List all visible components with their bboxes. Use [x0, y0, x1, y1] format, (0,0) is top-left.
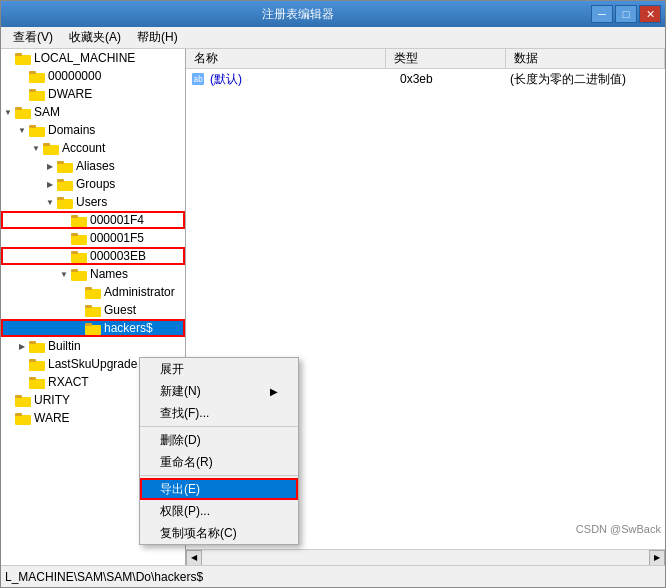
- tree-item-label: RXACT: [48, 375, 89, 389]
- tree-item-account[interactable]: ▼ Account: [1, 139, 185, 157]
- tree-item-label: SAM: [34, 105, 60, 119]
- folder-icon: [71, 214, 87, 227]
- context-menu-item-find[interactable]: 查找(F)...: [140, 402, 298, 424]
- context-menu-item-expand[interactable]: 展开: [140, 358, 298, 380]
- context-menu-item-delete[interactable]: 删除(D): [140, 429, 298, 451]
- context-menu-item-export[interactable]: 导出(E): [140, 478, 298, 500]
- svg-rect-52: [29, 359, 36, 362]
- folder-icon: [15, 52, 31, 65]
- expand-icon[interactable]: [15, 87, 29, 101]
- maximize-button[interactable]: □: [615, 5, 637, 23]
- tree-item-sam[interactable]: ▼ SAM: [1, 103, 185, 121]
- col-type: 类型: [386, 49, 506, 68]
- tree-item-users[interactable]: ▼ Users: [1, 193, 185, 211]
- tree-item-administrator[interactable]: Administrator: [1, 283, 185, 301]
- svg-rect-5: [30, 74, 44, 82]
- expand-icon[interactable]: ▶: [15, 339, 29, 353]
- tree-item-000001F5[interactable]: 000001F5: [1, 229, 185, 247]
- svg-rect-22: [57, 179, 64, 182]
- svg-rect-49: [29, 341, 36, 344]
- column-headers: 名称 类型 数据: [186, 49, 665, 69]
- close-button[interactable]: ✕: [639, 5, 661, 23]
- tree-item-label: Groups: [76, 177, 115, 191]
- tree-item-groups[interactable]: ▶ Groups: [1, 175, 185, 193]
- svg-rect-23: [58, 182, 72, 190]
- context-menu-item-copy_name[interactable]: 复制项名称(C): [140, 522, 298, 544]
- svg-rect-44: [86, 308, 100, 316]
- scroll-right-arrow[interactable]: ▶: [649, 550, 665, 566]
- expand-icon[interactable]: [1, 393, 15, 407]
- expand-icon[interactable]: ▶: [43, 177, 57, 191]
- svg-rect-59: [16, 398, 30, 406]
- expand-icon[interactable]: ▼: [43, 195, 57, 209]
- expand-icon[interactable]: [1, 51, 15, 65]
- svg-text:ab: ab: [193, 75, 203, 84]
- submenu-arrow-icon: ▶: [270, 386, 278, 397]
- expand-icon[interactable]: [15, 375, 29, 389]
- context-menu-item-permissions[interactable]: 权限(P)...: [140, 500, 298, 522]
- tree-item-000001F4[interactable]: 000001F4: [1, 211, 185, 229]
- expand-icon[interactable]: [57, 231, 71, 245]
- col-data: 数据: [506, 49, 665, 68]
- expand-icon[interactable]: ▼: [15, 123, 29, 137]
- context-menu-item-new[interactable]: 新建(N)▶: [140, 380, 298, 402]
- status-path: L_MACHINE\SAM\SAM\Do\hackers$: [5, 570, 203, 584]
- menu-favorites[interactable]: 收藏夹(A): [61, 27, 129, 48]
- reg-item-data: (长度为零的二进制值): [510, 71, 661, 88]
- folder-icon: [71, 250, 87, 263]
- folder-icon: [71, 232, 87, 245]
- tree-item-domains[interactable]: ▼ Domains: [1, 121, 185, 139]
- svg-rect-62: [16, 416, 30, 424]
- svg-rect-11: [16, 110, 30, 118]
- tree-item-label: 000001F4: [90, 213, 144, 227]
- svg-rect-32: [72, 236, 86, 244]
- tree-item-00000000[interactable]: 00000000: [1, 67, 185, 85]
- svg-rect-46: [85, 323, 92, 326]
- tree-item-local_machine[interactable]: LOCAL_MACHINE: [1, 49, 185, 67]
- tree-item-guest[interactable]: Guest: [1, 301, 185, 319]
- menu-help[interactable]: 帮助(H): [129, 27, 186, 48]
- expand-icon[interactable]: [15, 357, 29, 371]
- svg-rect-35: [72, 254, 86, 262]
- expand-icon[interactable]: [71, 285, 85, 299]
- tree-item-dware[interactable]: DWARE: [1, 85, 185, 103]
- window-title: 注册表编辑器: [5, 6, 591, 23]
- window-controls: ─ □ ✕: [591, 5, 661, 23]
- tree-item-label: Account: [62, 141, 105, 155]
- tree-item-names[interactable]: ▼ Names: [1, 265, 185, 283]
- expand-icon[interactable]: ▼: [29, 141, 43, 155]
- expand-icon[interactable]: [15, 69, 29, 83]
- tree-item-label: DWARE: [48, 87, 92, 101]
- tree-item-hackers[interactable]: hackers$: [1, 319, 185, 337]
- expand-icon[interactable]: [57, 249, 71, 263]
- svg-rect-38: [72, 272, 86, 280]
- expand-icon[interactable]: ▼: [57, 267, 71, 281]
- menu-view[interactable]: 查看(V): [5, 27, 61, 48]
- ctx-item-label: 查找(F)...: [160, 405, 209, 422]
- expand-icon[interactable]: ▶: [43, 159, 57, 173]
- context-menu-item-rename[interactable]: 重命名(R): [140, 451, 298, 473]
- svg-rect-37: [71, 269, 78, 272]
- scroll-left-arrow[interactable]: ◀: [186, 550, 202, 566]
- tree-item-aliases[interactable]: ▶ Aliases: [1, 157, 185, 175]
- tree-item-label: Builtin: [48, 339, 81, 353]
- expand-icon[interactable]: [71, 321, 85, 335]
- tree-item-label: URITY: [34, 393, 70, 407]
- svg-rect-34: [71, 251, 78, 254]
- tree-item-label: hackers$: [104, 321, 153, 335]
- svg-rect-25: [57, 197, 64, 200]
- tree-item-000003EB[interactable]: 000003EB: [1, 247, 185, 265]
- expand-icon[interactable]: [1, 411, 15, 425]
- minimize-button[interactable]: ─: [591, 5, 613, 23]
- expand-icon[interactable]: ▼: [1, 105, 15, 119]
- expand-icon[interactable]: [57, 213, 71, 227]
- horizontal-scrollbar[interactable]: ◀ ▶: [186, 549, 665, 565]
- tree-item-label: Guest: [104, 303, 136, 317]
- tree-item-builtin[interactable]: ▶ Builtin: [1, 337, 185, 355]
- expand-icon[interactable]: [71, 303, 85, 317]
- folder-icon: [29, 358, 45, 371]
- registry-item[interactable]: ab(默认)0x3eb(长度为零的二进制值): [186, 69, 665, 89]
- menu-bar: 查看(V) 收藏夹(A) 帮助(H): [1, 27, 665, 49]
- ctx-item-label: 复制项名称(C): [160, 525, 237, 542]
- ctx-item-label: 导出(E): [160, 481, 200, 498]
